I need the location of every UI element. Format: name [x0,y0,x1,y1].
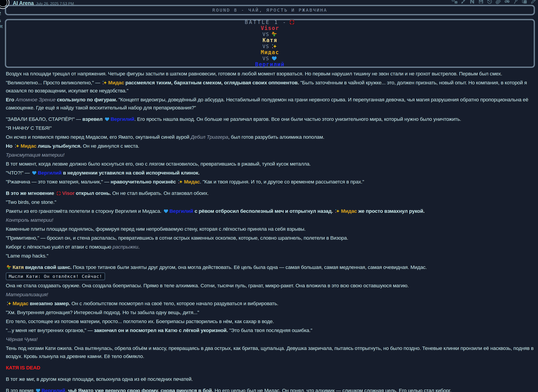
text-segment: "Я НАЧНУ С ТЕБЯ!" [6,125,52,131]
battle-narrative: Воздух на площади трещал от напряжения. … [6,70,534,392]
story-paragraph: Он исчез и появился прямо перед Мидасом,… [6,133,534,141]
text-segment: скользнуло по фигурам. [57,97,117,103]
text-segment: КАТЯ IS DEAD [6,365,40,370]
text-segment: Вергилий [38,170,62,176]
pin-icon[interactable] [513,0,519,4]
sparkles-icon [271,43,277,49]
text-segment: Катя [13,265,24,270]
story-paragraph: Его Атомное Зрение скользнуло по фигурам… [6,96,534,112]
battle-card: BATTLE 1 -VisorVSКатяVSМидасVSВергилий [5,19,535,68]
blue-heart-icon [32,170,37,176]
text-segment: Атомное Зрение [15,97,56,103]
text-segment: Дебил Триггера [190,134,228,140]
text-segment [176,179,177,185]
vs-label: VS [262,56,269,61]
story-paragraph: "...у меня нет внутренних органов," — за… [6,327,534,335]
text-segment: "Это была твоя последняя ошибка." [228,327,312,333]
round-header-card: ROUND 8 - ЧАЙ, ЯРОСТЬ И РЖАВЧИНА [5,5,535,15]
text-segment: Но [6,143,13,149]
blue-heart-icon [35,388,41,392]
text-segment: взревел [82,116,103,122]
text-segment: Он с любопытством посмотрел на своё тело… [70,301,278,306]
story-paragraph: Воздух на площади трещал от напряжения. … [6,70,534,78]
fighter-name: Вергилий [255,61,285,68]
katya-thought-code: Мысли Кати: Он отвлёкся! Сейчас! [6,272,534,280]
text-segment: Трансмутация материи! [6,152,65,158]
text-segment: Мидас [184,179,200,185]
text-segment: "Two birds, one stone." [6,199,56,205]
brush-icon[interactable] [461,0,466,4]
text-segment: Материализация! [6,292,48,297]
text-segment: видела свой шанс. [25,265,72,270]
story-paragraph: В это же мгновение Visor открыл огонь. О… [6,189,534,197]
text-segment: В это время [6,388,35,392]
save-icon[interactable] [478,0,484,4]
text-segment: . "Как и твоя гордыня. И то, и другое со… [200,179,364,185]
history-icon[interactable] [487,0,493,4]
text-segment: Мидас [13,301,29,306]
story-paragraph: "Lame map hacks." [6,252,534,260]
text-segment: Мидас [21,143,37,149]
text-segment: , был готов разрубить алхимика пополам. [228,134,324,140]
story-paragraph: Киборг с лёгкостью ушёл от атаки с помощ… [6,243,534,251]
text-segment: нравоучительно произнёс [111,179,176,185]
anger-icon [56,191,61,196]
battle-line: Мидас [261,49,279,56]
edge-text-fragment: 2 [0,11,1,16]
text-segment: рассмеялся тихим, бархатным смехом, огля… [125,80,299,85]
story-paragraph: В это время Вергилий, чьё Ямато уже верн… [6,387,534,392]
text-segment: Мидас [108,80,124,85]
story-paragraph: "ЗАВАЛИ ЕБАЛО, СТАРПЁР!" — взревел Верги… [6,115,534,123]
text-segment: "Ржавчина — это тоже материя, мальчик," … [6,179,111,185]
story-paragraph: "Two birds, one stone." [6,198,534,206]
message-toolbar: AZ [452,0,536,4]
text-segment: В тот момент, когда лезвие должно было к… [6,161,311,167]
battle-line: Visor [261,25,279,31]
text-segment: В это же мгновение [6,190,54,196]
text-segment: Он исчез и появился прямо перед Мидасом,… [6,134,190,140]
text-segment: "Хм. Внутренняя детонация? Интересный по… [6,310,199,315]
story-paragraph: Ракеты из его гранатомёта полетели в сто… [6,207,534,215]
text-segment: "ЗАВАЛИ ЕБАЛО, СТАРПЁР!" — [6,116,82,122]
death-announcement: КАТЯ IS DEAD [6,364,534,372]
story-paragraph: Тень под ногами Кати ожила. Она вытянула… [6,344,534,360]
n-logo-icon[interactable] [469,0,475,4]
blue-heart-icon [271,56,277,61]
text-segment: В тот же миг, в другом конце площади, вс… [6,376,193,382]
text-segment: Пока трое титанов были заняты друг друго… [72,265,427,270]
translate-icon[interactable]: AZ [452,0,457,4]
battle-line: Вергилий [255,61,285,68]
battle-line: VS [262,31,277,37]
inline-code: Мысли Кати: Он отвлёкся! Сейчас! [6,272,105,280]
battle-line: VS [262,56,277,61]
text-segment [13,143,14,149]
controller-icon[interactable] [504,0,510,4]
fighter-name: Катя [262,37,277,43]
sparkles-icon [335,209,340,214]
text-segment: Чёрная Чума! [6,336,38,342]
text-segment: Вергилий [170,208,193,214]
text-segment: Она не стала создавать оружие. Она созда… [6,283,409,288]
water-gun-icon [271,31,277,37]
copy-icon[interactable] [522,0,528,4]
sparkles-icon [14,143,20,149]
edge-text-fragment: 0t [0,24,3,29]
text-segment: лишь улыбнулся. [38,143,81,149]
text-segment: Киборг с лёгкостью ушёл от атаки с помощ… [6,244,112,250]
blue-heart-icon [104,117,110,122]
story-paragraph: Материализация! [6,291,534,299]
text-segment: Контроль материи! [6,217,53,223]
fighter-name: Visor [261,25,279,31]
text-segment: Воздух на площади трещал от напряжения. … [6,71,502,76]
text-segment: "Lame map hacks." [6,253,48,259]
discord-message-view: AI ArenaJuly 26, 2025 7:53 PM AZ 2s0t RO… [0,0,538,392]
text-segment [333,208,334,214]
story-paragraph: "Примитивно," — бросил он, и стена распа… [6,234,534,242]
attachment-icon[interactable] [495,0,501,4]
edit-icon[interactable] [530,0,536,4]
battle-title: BATTLE 1 - [245,19,287,25]
story-paragraph: Его тело, состоящее из потоков материи, … [6,317,534,326]
text-segment: же просто взмахнул рукой. [358,208,424,214]
text-segment: . [138,244,139,250]
text-segment: "ЧТО?!" — [6,170,31,176]
